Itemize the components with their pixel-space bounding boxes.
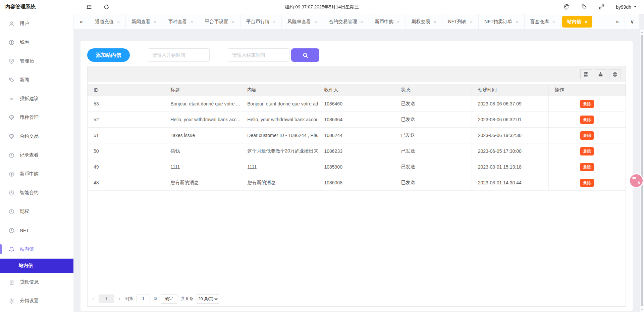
- sidebar-item-users[interactable]: 用户: [0, 14, 73, 33]
- sidebar-item-wallet[interactable]: 钱包: [0, 33, 73, 52]
- tab-coin-view[interactable]: 币种查看 ×: [162, 14, 199, 29]
- search-button[interactable]: [291, 48, 319, 62]
- current-page[interactable]: 1: [99, 295, 114, 303]
- column-header: 状态: [395, 84, 472, 96]
- prev-page-button[interactable]: ‹: [91, 296, 95, 302]
- column-header: 标题: [164, 84, 241, 96]
- sidebar-item-coin-manage[interactable]: 币种管理: [0, 108, 73, 127]
- goto-suffix-label: 页: [153, 296, 157, 302]
- cell-receiver: 1086244: [318, 128, 395, 143]
- tabs-scroll-left-button[interactable]: «: [74, 14, 89, 29]
- tabs-menu-button[interactable]: ∨: [625, 14, 639, 29]
- close-icon[interactable]: ×: [117, 19, 120, 25]
- bell-icon: [8, 246, 15, 253]
- delete-button[interactable]: 删除: [580, 131, 594, 140]
- close-icon[interactable]: ×: [516, 19, 518, 25]
- table-row: 50 搞钱 这个月最低要做个20万的业绩出来 1086233 已发送 2023-…: [88, 143, 626, 159]
- tab-nft-auction-orders[interactable]: NFT拍卖订单 ×: [479, 14, 524, 29]
- scroll-down-icon[interactable]: ▼: [640, 308, 644, 311]
- tab-label: NFT列表: [448, 19, 467, 25]
- column-header: 收件人: [318, 84, 395, 96]
- sidebar-item-label: 分销设置: [20, 298, 39, 304]
- sidebar-item-news[interactable]: 新闻: [0, 71, 73, 89]
- tag-icon[interactable]: [581, 4, 588, 10]
- vertical-scrollbar[interactable]: ▲ ▼: [639, 30, 644, 312]
- add-message-button[interactable]: 添加站内信: [87, 48, 130, 62]
- tab-nft-list[interactable]: NFT列表 ×: [442, 14, 479, 29]
- tab-channel-recharge[interactable]: 通道充值 ×: [89, 14, 126, 29]
- export-icon[interactable]: [595, 69, 606, 79]
- print-icon[interactable]: [609, 69, 621, 79]
- sidebar-item-label: 记录查看: [20, 152, 39, 158]
- close-icon[interactable]: ×: [470, 19, 473, 25]
- start-time-input[interactable]: [148, 48, 210, 62]
- user-menu[interactable]: by99dh ▼: [616, 4, 637, 10]
- page-size-select[interactable]: 20 条/页: [197, 294, 219, 304]
- delete-button[interactable]: 删除: [580, 163, 594, 171]
- language-toggle[interactable]: 中 A: [630, 174, 643, 187]
- close-icon[interactable]: ×: [273, 19, 276, 25]
- close-icon[interactable]: ×: [434, 19, 436, 25]
- tab-platform-coin-settings[interactable]: 平台币设置 ×: [199, 14, 240, 29]
- close-icon[interactable]: ×: [360, 19, 363, 25]
- sidebar-item-new-coin[interactable]: 新币申购: [0, 165, 73, 183]
- tab-label: 通道充值: [95, 19, 114, 25]
- sidebar-subitem-messages-active[interactable]: 站内信: [0, 259, 73, 273]
- tab-new-coin-subscribe[interactable]: 新币申购 ×: [369, 14, 406, 29]
- tag-icon: [8, 77, 15, 83]
- theme-palette-icon[interactable]: [564, 4, 570, 10]
- sidebar-item-records[interactable]: 记录查看: [0, 146, 73, 165]
- sidebar-item-smart-contract[interactable]: 智能合约: [0, 183, 73, 202]
- sidebar-item-messages[interactable]: 站内信: [0, 240, 73, 259]
- tabs-scroll-right-button[interactable]: »: [610, 14, 625, 29]
- end-time-input[interactable]: [228, 48, 289, 62]
- scrollbar-thumb[interactable]: [641, 35, 643, 306]
- cell-content: 您有新的消息: [241, 175, 318, 190]
- search-icon: [302, 52, 309, 59]
- close-icon[interactable]: ×: [154, 19, 156, 25]
- tab-label: 盲盒仓库: [530, 19, 549, 25]
- cell-id: 48: [88, 175, 164, 190]
- next-page-button[interactable]: ›: [117, 296, 122, 302]
- sidebar-item-admins[interactable]: 管理员: [0, 52, 73, 71]
- cell-receiver: 1086460: [318, 96, 395, 112]
- sidebar-item-feedback[interactable]: ∞ 投拆建议: [0, 89, 73, 108]
- close-icon[interactable]: ×: [190, 19, 193, 25]
- sidebar-item-contract-trade[interactable]: 合约交易: [0, 127, 73, 146]
- chevron-down-icon: ▼: [634, 5, 637, 8]
- sidebar-item-nft[interactable]: NFT: [0, 221, 73, 240]
- goto-page-input[interactable]: [137, 295, 150, 303]
- tab-blind-box[interactable]: 盲盒仓库 ×: [525, 14, 561, 29]
- delete-button[interactable]: 删除: [580, 147, 594, 155]
- delete-button[interactable]: 删除: [580, 100, 594, 108]
- tab-news-view[interactable]: 新闻查看 ×: [126, 14, 162, 29]
- close-icon[interactable]: ×: [585, 19, 587, 25]
- scroll-up-icon[interactable]: ▲: [640, 31, 644, 33]
- cell-title: Hello, your withdrawal bank acc...: [164, 112, 241, 127]
- tab-platform-coin-market[interactable]: 平台币行情 ×: [240, 14, 282, 29]
- close-icon[interactable]: ×: [552, 19, 555, 25]
- tab-label: 平台币设置: [205, 19, 228, 25]
- sidebar-item-distribution[interactable]: 分销设置: [0, 292, 73, 310]
- tab-options-trade[interactable]: 期权交易 ×: [406, 14, 442, 29]
- delete-button[interactable]: 删除: [580, 116, 594, 124]
- sidebar-item-label: 贷款信息: [20, 279, 39, 285]
- confirm-button[interactable]: 确定: [161, 294, 177, 304]
- sidebar-item-loan-info[interactable]: 贷款信息: [0, 273, 73, 292]
- tab-contract-trade-manage[interactable]: 合约交易管理 ×: [323, 14, 369, 29]
- close-icon[interactable]: ×: [314, 19, 317, 25]
- sidebar-item-label: 新币申购: [20, 171, 39, 177]
- close-icon[interactable]: ×: [397, 19, 399, 25]
- fullscreen-icon[interactable]: [598, 4, 605, 10]
- world-clock: 纽约:09:37:07 2025年5月14日星期三: [0, 4, 644, 10]
- refresh-icon[interactable]: [103, 4, 110, 10]
- table-header-row: ID 标题 内容 收件人 状态 创建时间 操作: [88, 84, 626, 96]
- delete-button[interactable]: 删除: [580, 179, 594, 187]
- close-icon[interactable]: ×: [232, 19, 234, 25]
- columns-icon[interactable]: [580, 69, 592, 79]
- tab-site-message[interactable]: 站内信 ×: [562, 16, 592, 28]
- tab-risk-rate[interactable]: 风险率查看 ×: [282, 14, 323, 29]
- sidebar-item-options[interactable]: 期权: [0, 202, 73, 221]
- collapse-sidebar-icon[interactable]: [86, 4, 93, 10]
- cell-actions: 删除: [549, 96, 626, 112]
